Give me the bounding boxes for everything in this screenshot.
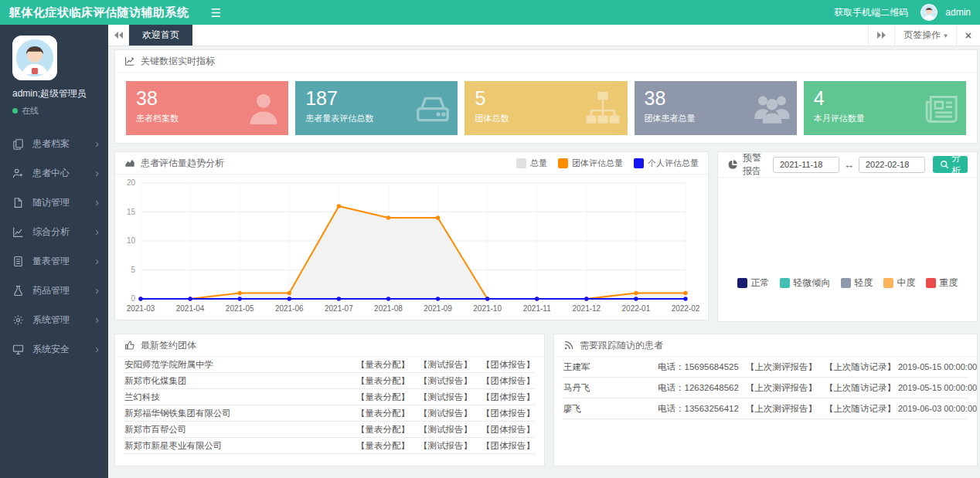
severity-legend-entry[interactable]: 中度 [883,276,916,290]
test-report-link[interactable]: 【测试报告】 [419,359,472,371]
chevron-right-icon: › [95,197,99,208]
group-name: 兰幻科技 [124,392,356,403]
svg-text:2021-06: 2021-06 [275,304,304,313]
sidebar-menu-item[interactable]: 患者中心 › [0,158,108,188]
group-name: 新郑福华钢铁集团有限公司 [124,408,356,419]
svg-text:15: 15 [127,208,136,216]
last-assessment-report-link[interactable]: 【上次测评报告】 [746,403,825,415]
double-chevron-left-icon[interactable] [108,25,129,46]
patient-phone: 电话：15695684525 [658,361,746,373]
analyze-button[interactable]: 分析 [933,156,968,173]
sidebar-menu-item[interactable]: 患者档案 › [0,129,108,158]
svg-text:2021-03: 2021-03 [127,304,155,313]
tab-ops-dropdown[interactable]: 页签操作 ▾ [894,25,956,46]
sidebar-menu-item[interactable]: 随访管理 › [0,188,108,217]
last-assessment-report-link[interactable]: 【上次测评报告】 [746,361,825,373]
last-visit-date: 2019-06-03 00:00:00 [898,404,977,413]
legend-entry[interactable]: 团体评估总量 [558,158,623,169]
hdd-icon [414,90,451,127]
group-row: 新郑市化煤集团 【量表分配】 【测试报告】 【团体报告】 [124,373,535,389]
last-visit-record-link[interactable]: 【上次随访记录】 [825,403,896,415]
date-from-input[interactable] [773,157,839,173]
scale-assign-link[interactable]: 【量表分配】 [356,440,410,452]
test-report-link[interactable]: 【测试报告】 [419,440,472,452]
test-report-link[interactable]: 【测试报告】 [419,375,472,387]
groups-panel-header: 最新签约团体 [115,334,544,357]
svg-text:2022-01: 2022-01 [622,304,651,313]
area-chart-icon [124,158,135,168]
scale-assign-link[interactable]: 【量表分配】 [356,424,410,436]
group-row: 新郑福华钢铁集团有限公司 【量表分配】 【测试报告】 【团体报告】 [124,405,535,422]
group-row: 新郑市新星枣业有限公司 【量表分配】 【测试报告】 【团体报告】 [124,438,535,454]
search-icon [940,160,949,169]
svg-text:2021-04: 2021-04 [176,304,205,313]
scale-assign-link[interactable]: 【量表分配】 [356,375,410,387]
svg-text:20: 20 [127,178,136,187]
app-window: 躯体化症状临床评估随访辅助系统 ☰ 获取手机端二维码 admin [0,0,980,478]
tab-welcome-home[interactable]: 欢迎首页 [129,25,192,46]
sidebar-avatar[interactable] [12,36,57,80]
last-visit: 【上次随访记录】 2019-05-15 00:00:00 [825,382,977,394]
stat-card[interactable]: 187 患者量表评估总数 [295,81,458,135]
severity-legend-entry[interactable]: 正常 [737,276,770,290]
chart-line-icon [12,226,24,238]
scale-assign-link[interactable]: 【量表分配】 [356,359,410,371]
qr-code-link[interactable]: 获取手机端二维码 [834,6,908,19]
stat-card[interactable]: 38 团体患者总量 [635,81,797,135]
user-avatar[interactable] [920,4,937,21]
severity-legend-entry[interactable]: 轻微倾向 [780,276,831,290]
hamburger-icon[interactable]: ☰ [211,7,221,19]
group-report-link[interactable]: 【团体报告】 [481,359,535,371]
patient-row: 廖飞 电话：13563256412 【上次测评报告】 【上次随访记录】 2019… [563,398,968,419]
range-arrow-icon: ↔ [844,159,854,171]
stat-card[interactable]: 4 本月评估数量 [804,81,966,135]
patient-row: 马丹飞 电话：12632648562 【上次测评报告】 【上次随访记录】 201… [563,378,968,398]
patient-name: 王建军 [563,361,658,373]
date-to-input[interactable] [859,157,925,173]
group-name: 新郑市化煤集团 [124,375,356,387]
legend-swatch [634,158,644,168]
sidebar-menu-item[interactable]: 药品管理 › [0,276,108,305]
group-report-link[interactable]: 【团体报告】 [481,424,535,436]
last-visit-record-link[interactable]: 【上次随访记录】 [825,382,896,394]
sidebar-menu-item[interactable]: 系统管理 › [0,305,108,334]
stat-card[interactable]: 5 团体总数 [464,81,627,135]
group-report-link[interactable]: 【团体报告】 [481,440,535,452]
group-report-link[interactable]: 【团体报告】 [481,392,535,403]
stats-panel: 关键数据实时指标 38 患者档案数 187 患者量表评估总数 [114,49,978,144]
sidebar-menu-item[interactable]: 综合分析 › [0,217,108,246]
close-icon[interactable]: × [956,25,980,46]
group-report-link[interactable]: 【团体报告】 [481,375,535,387]
newspaper-icon [923,90,960,127]
group-report-link[interactable]: 【团体报告】 [481,408,535,419]
tab-spacer [192,25,868,46]
svg-text:2021-07: 2021-07 [325,304,353,313]
severity-legend-entry[interactable]: 轻度 [841,276,873,290]
sidebar-menu-item[interactable]: 量表管理 › [0,246,108,276]
stat-card[interactable]: 38 患者档案数 [126,81,288,135]
scale-assign-link[interactable]: 【量表分配】 [356,392,410,403]
svg-text:2021-05: 2021-05 [226,304,254,313]
patient-row: 王建军 电话：15695684525 【上次测评报告】 【上次随访记录】 201… [563,357,968,378]
severity-legend-entry[interactable]: 重度 [926,276,958,290]
username[interactable]: admin [945,7,971,18]
test-report-link[interactable]: 【测试报告】 [419,408,472,419]
last-assessment-report-link[interactable]: 【上次测评报告】 [746,382,825,394]
svg-text:0: 0 [131,294,135,303]
last-visit-record-link[interactable]: 【上次随访记录】 [825,361,896,373]
trend-chart: 051015202021-032021-042021-052021-062021… [115,175,708,320]
stats-panel-header: 关键数据实时指标 [115,50,977,73]
last-visit-date: 2019-05-15 00:00:00 [898,383,977,392]
svg-text:2021-10: 2021-10 [473,304,502,313]
legend-entry[interactable]: 总量 [516,158,547,169]
scale-assign-link[interactable]: 【量表分配】 [356,408,410,419]
test-report-link[interactable]: 【测试报告】 [419,424,472,436]
sidebar-menu-item[interactable]: 系统安全 › [0,334,108,364]
double-chevron-right-icon[interactable] [868,25,894,46]
test-report-link[interactable]: 【测试报告】 [419,392,472,403]
group-name: 新郑市百帮公司 [124,424,356,436]
group-row: 兰幻科技 【量表分配】 【测试报告】 【团体报告】 [124,389,535,405]
avatar-image [920,4,937,21]
severity-swatch [926,278,936,288]
legend-entry[interactable]: 个人评估总量 [634,158,699,169]
